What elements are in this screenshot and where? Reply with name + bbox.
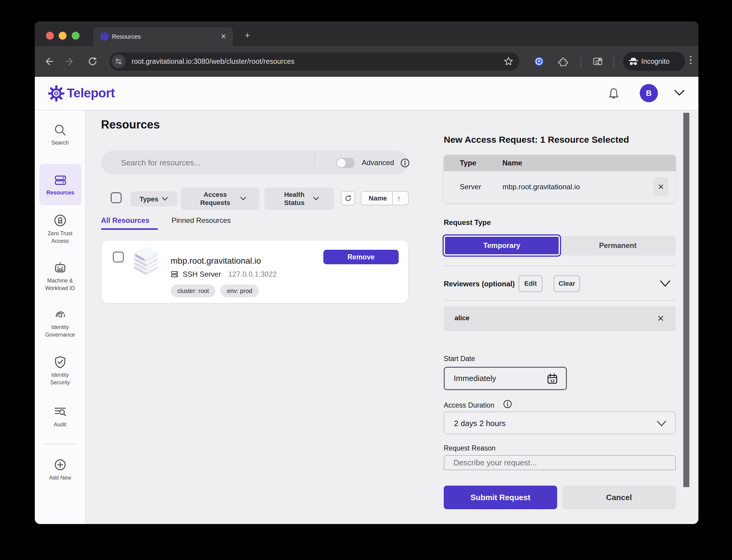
types-filter-label: Types [140, 195, 158, 203]
ssh-server-icon [171, 270, 178, 278]
bookmark-button[interactable] [504, 57, 513, 67]
screen-search-icon [592, 56, 603, 67]
traffic-minimize-button[interactable] [59, 32, 67, 40]
start-date-input[interactable] [454, 368, 539, 389]
resource-tag[interactable]: cluster: root [171, 285, 215, 297]
app-body: Search Resources Zero Trus [35, 110, 698, 524]
access-requests-filter-label: Access Requests [194, 190, 236, 207]
resource-card[interactable]: mbp.root.gravitational.io SSH Server 127… [101, 240, 409, 304]
incognito-icon [628, 56, 639, 67]
access-request-panel-title: New Access Request: 1 Resource Selected [444, 135, 629, 145]
url-text[interactable]: root.gravitational.io:3080/web/cluster/r… [132, 57, 294, 66]
tab-search-button[interactable] [591, 55, 604, 68]
back-button[interactable] [42, 55, 55, 68]
browser-menu-button[interactable] [690, 56, 691, 64]
sort-by-name-button[interactable]: Name ↑ [361, 191, 409, 205]
access-duration-select[interactable]: 2 days 2 hours [444, 412, 676, 434]
access-requests-filter-button[interactable]: Access Requests [181, 187, 259, 210]
section-divider [444, 300, 676, 301]
sidebar-item-add-new[interactable]: Add New [35, 457, 85, 482]
types-filter-button[interactable]: Types [130, 191, 177, 207]
tab-close-icon[interactable]: ✕ [221, 33, 226, 41]
sidebar-item-identity-governance[interactable]: Identity Governance [35, 307, 85, 339]
traffic-close-button[interactable] [46, 32, 54, 40]
selected-resources-table: Type Name Server mbp.root.gravitational.… [444, 155, 676, 203]
cancel-button[interactable]: Cancel [562, 486, 676, 509]
access-duration-label: Access Duration [444, 401, 494, 409]
add-plus-icon [53, 457, 67, 472]
submit-request-button[interactable]: Submit Request [444, 486, 557, 509]
sidebar-item-search[interactable]: Search [35, 123, 85, 147]
toolbar-separator [581, 56, 581, 68]
sidebar: Search Resources Zero Trus [35, 110, 86, 524]
request-reason-textarea[interactable] [444, 456, 675, 470]
request-reason-field [444, 455, 676, 470]
section-divider [444, 265, 676, 266]
tab-all-resources-underline [101, 228, 158, 230]
remove-reviewer-button[interactable]: ✕ [657, 314, 664, 324]
svg-text:12: 12 [550, 379, 555, 383]
brand-wordmark[interactable]: Teleport [67, 86, 115, 100]
sidebar-item-label: Identity Governance [37, 324, 83, 339]
refresh-icon [344, 194, 352, 203]
identity-governance-icon [53, 307, 67, 321]
browser-tab[interactable]: Resources ✕ [93, 27, 233, 46]
reviewers-collapse-chevron-icon[interactable] [659, 280, 671, 288]
traffic-zoom-button[interactable] [72, 32, 80, 40]
remove-resource-button[interactable]: Remove [323, 250, 399, 264]
back-icon [43, 56, 54, 67]
remove-row-button[interactable]: ✕ [653, 177, 669, 197]
incognito-badge: Incognito [623, 52, 685, 71]
machine-id-robot-icon [53, 260, 67, 275]
site-settings-button[interactable] [112, 54, 125, 68]
reviewer-name: alice [455, 314, 470, 322]
user-menu-chevron-icon[interactable] [674, 89, 685, 97]
chevron-down-icon [656, 420, 667, 427]
server-stack-illustration [132, 245, 160, 278]
password-manager-button[interactable] [533, 55, 545, 68]
resource-address: 127.0.0.1:3022 [228, 270, 277, 278]
duration-info-icon[interactable] [503, 399, 512, 409]
panel-scrollbar[interactable] [683, 113, 689, 487]
sidebar-item-machine-workload-id[interactable]: Machine & Workload ID [35, 260, 85, 292]
row-type: Server [460, 171, 481, 203]
tune-icon [114, 57, 123, 66]
resource-checkbox[interactable] [113, 252, 124, 262]
select-all-checkbox[interactable] [111, 192, 122, 203]
resource-tags: cluster: root env: prod [171, 285, 259, 297]
sidebar-item-identity-security[interactable]: Identity Security [35, 355, 85, 386]
extensions-button[interactable] [556, 55, 569, 68]
advanced-toggle[interactable] [336, 158, 355, 168]
calendar-icon[interactable]: 12 [546, 373, 559, 385]
resource-search-input[interactable] [121, 151, 290, 175]
reload-button[interactable] [86, 55, 99, 68]
resource-tag[interactable]: env: prod [220, 285, 259, 297]
edit-reviewers-button[interactable]: Edit [519, 275, 543, 292]
temporary-option-button[interactable]: Temporary [444, 236, 560, 256]
sidebar-item-audit[interactable]: Audit [35, 404, 85, 428]
refresh-resources-button[interactable] [341, 191, 355, 205]
advanced-info-icon[interactable] [400, 158, 410, 168]
teleport-logo-icon [48, 85, 64, 102]
health-status-filter-button[interactable]: Health Status [264, 187, 334, 210]
new-tab-button[interactable]: + [242, 31, 252, 41]
request-type-label: Request Type [444, 218, 491, 227]
notifications-bell-icon[interactable] [607, 86, 621, 101]
browser-toolbar: root.gravitational.io:3080/web/cluster/r… [35, 46, 698, 77]
chevron-down-icon [240, 197, 246, 201]
permanent-option-button[interactable]: Permanent [560, 236, 676, 256]
clear-reviewers-button[interactable]: Clear [554, 275, 580, 292]
url-bar[interactable]: root.gravitational.io:3080/web/cluster/r… [109, 52, 519, 70]
sidebar-item-label: Add New [49, 474, 71, 482]
request-reason-label: Request Reason [444, 444, 496, 452]
tab-all-resources[interactable]: All Resources [101, 216, 149, 225]
reviewers-label: Reviewers (optional) [444, 280, 515, 288]
user-avatar[interactable]: B [640, 84, 658, 102]
start-date-field[interactable]: 12 [444, 367, 567, 390]
sort-direction-icon[interactable]: ↑ [397, 194, 401, 203]
row-name: mbp.root.gravitational.io [503, 171, 580, 203]
forward-button[interactable] [64, 55, 76, 68]
sidebar-item-zero-trust-access[interactable]: Zero Trust Access [35, 213, 85, 245]
sidebar-item-resources[interactable]: Resources [39, 164, 81, 205]
tab-pinned-resources[interactable]: Pinned Resources [171, 216, 231, 225]
